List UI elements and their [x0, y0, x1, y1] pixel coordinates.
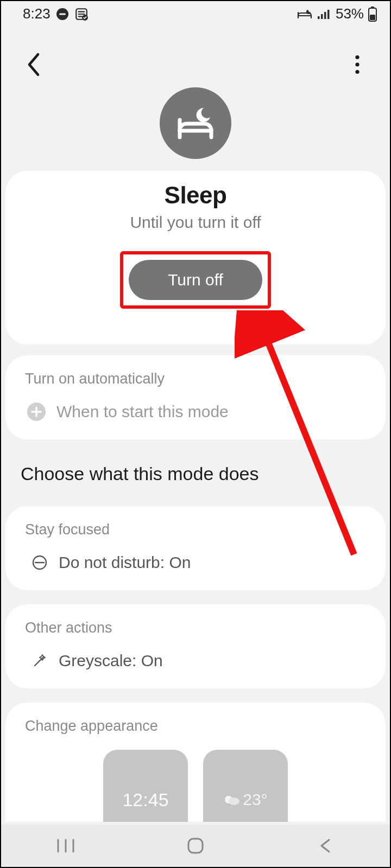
signal-icon — [317, 9, 331, 20]
svg-rect-6 — [324, 12, 326, 19]
nav-recent-icon — [55, 838, 76, 854]
svg-rect-7 — [327, 10, 330, 19]
mode-subtitle: Until you turn it off — [130, 213, 261, 232]
status-bar: 8:23 53% — [1, 1, 390, 24]
section-label-appearance: Change appearance — [25, 718, 366, 735]
preview-homescreen[interactable]: 23° — [203, 750, 288, 822]
svg-rect-5 — [321, 14, 323, 19]
section-change-appearance[interactable]: Change appearance 12:45 23° — [5, 703, 386, 822]
mode-icon-circle — [160, 87, 231, 159]
page-header — [1, 24, 390, 80]
row-text: Do not disturb: On — [59, 553, 191, 572]
dnd-outline-icon — [31, 554, 48, 571]
nav-back-button[interactable] — [304, 835, 347, 857]
back-button[interactable] — [18, 49, 49, 80]
svg-rect-4 — [318, 16, 320, 19]
choose-heading: Choose what this mode does — [21, 463, 370, 484]
wand-icon — [31, 653, 48, 669]
row-text: When to start this mode — [56, 403, 229, 421]
turn-off-button[interactable]: Turn off — [129, 260, 262, 300]
svg-rect-1 — [59, 13, 66, 15]
notification-icon — [74, 7, 89, 21]
appearance-previews: 12:45 23° — [25, 750, 366, 822]
chevron-left-icon — [24, 52, 43, 78]
svg-rect-10 — [370, 15, 375, 20]
preview-lockscreen[interactable]: 12:45 — [103, 750, 188, 822]
battery-pct: 53% — [336, 5, 364, 22]
preview-temp: 23° — [243, 790, 267, 809]
nav-recent-button[interactable] — [44, 835, 87, 857]
bed-icon — [297, 8, 313, 20]
section-stay-focused[interactable]: Stay focused Do not disturb: On — [5, 506, 386, 590]
section-auto-on[interactable]: Turn on automatically When to start this… — [5, 355, 386, 439]
status-right: 53% — [297, 5, 377, 22]
system-navbar — [1, 825, 390, 867]
weather-cloud-icon — [223, 793, 241, 806]
section-label-auto: Turn on automatically — [25, 371, 366, 387]
annotation-highlight-box: Turn off — [120, 251, 271, 309]
section-label-other: Other actions — [25, 620, 366, 636]
row-text: Greyscale: On — [59, 652, 163, 670]
nav-back-icon — [318, 838, 332, 854]
preview-clock: 12:45 — [122, 789, 168, 810]
plus-circle-icon — [27, 403, 46, 421]
row-when-to-start[interactable]: When to start this mode — [25, 400, 366, 424]
section-other-actions[interactable]: Other actions Greyscale: On — [5, 604, 386, 688]
nav-home-icon — [186, 837, 205, 855]
row-dnd[interactable]: Do not disturb: On — [25, 551, 366, 575]
row-greyscale[interactable]: Greyscale: On — [25, 649, 366, 673]
status-time: 8:23 — [23, 5, 51, 22]
more-vertical-icon — [355, 55, 360, 74]
svg-point-12 — [355, 62, 359, 66]
preview-weather-row: 23° — [223, 790, 267, 809]
status-left: 8:23 — [23, 5, 89, 22]
svg-point-11 — [355, 55, 359, 59]
svg-point-13 — [355, 70, 359, 74]
nav-home-button[interactable] — [174, 835, 217, 857]
dnd-status-icon — [56, 8, 69, 21]
mode-hero: Sleep Until you turn it off Turn off — [1, 87, 390, 341]
more-options-button[interactable] — [342, 49, 373, 80]
sleep-bed-icon — [173, 104, 218, 143]
battery-icon — [368, 7, 377, 22]
svg-rect-23 — [188, 839, 203, 853]
section-label-focus: Stay focused — [25, 521, 366, 538]
mode-title: Sleep — [165, 182, 227, 209]
svg-point-18 — [229, 797, 239, 805]
